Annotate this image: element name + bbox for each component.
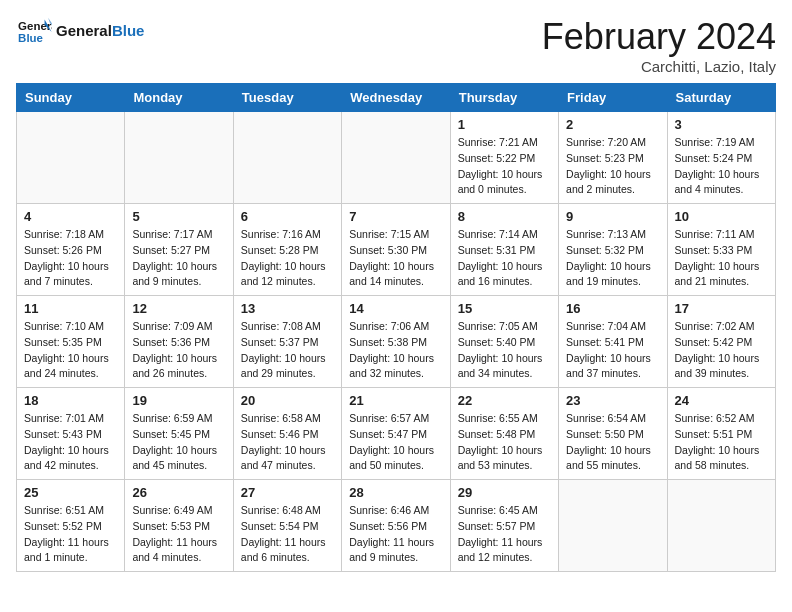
calendar-cell: 4Sunrise: 7:18 AM Sunset: 5:26 PM Daylig… [17, 204, 125, 296]
day-number: 11 [24, 301, 117, 316]
day-number: 5 [132, 209, 225, 224]
calendar-cell: 16Sunrise: 7:04 AM Sunset: 5:41 PM Dayli… [559, 296, 667, 388]
day-detail: Sunrise: 6:55 AM Sunset: 5:48 PM Dayligh… [458, 411, 551, 474]
day-number: 10 [675, 209, 768, 224]
week-row-4: 18Sunrise: 7:01 AM Sunset: 5:43 PM Dayli… [17, 388, 776, 480]
day-number: 27 [241, 485, 334, 500]
day-number: 28 [349, 485, 442, 500]
day-number: 16 [566, 301, 659, 316]
weekday-header-monday: Monday [125, 84, 233, 112]
calendar-cell: 24Sunrise: 6:52 AM Sunset: 5:51 PM Dayli… [667, 388, 775, 480]
day-number: 14 [349, 301, 442, 316]
day-number: 1 [458, 117, 551, 132]
day-number: 23 [566, 393, 659, 408]
day-number: 12 [132, 301, 225, 316]
day-detail: Sunrise: 6:51 AM Sunset: 5:52 PM Dayligh… [24, 503, 117, 566]
day-detail: Sunrise: 7:19 AM Sunset: 5:24 PM Dayligh… [675, 135, 768, 198]
title-block: February 2024 Carchitti, Lazio, Italy [542, 16, 776, 75]
day-number: 20 [241, 393, 334, 408]
day-detail: Sunrise: 7:06 AM Sunset: 5:38 PM Dayligh… [349, 319, 442, 382]
calendar-cell: 14Sunrise: 7:06 AM Sunset: 5:38 PM Dayli… [342, 296, 450, 388]
calendar-cell [559, 480, 667, 572]
day-number: 17 [675, 301, 768, 316]
day-number: 7 [349, 209, 442, 224]
day-detail: Sunrise: 7:18 AM Sunset: 5:26 PM Dayligh… [24, 227, 117, 290]
day-number: 24 [675, 393, 768, 408]
day-detail: Sunrise: 7:11 AM Sunset: 5:33 PM Dayligh… [675, 227, 768, 290]
calendar-cell: 22Sunrise: 6:55 AM Sunset: 5:48 PM Dayli… [450, 388, 558, 480]
calendar-cell: 12Sunrise: 7:09 AM Sunset: 5:36 PM Dayli… [125, 296, 233, 388]
day-detail: Sunrise: 6:58 AM Sunset: 5:46 PM Dayligh… [241, 411, 334, 474]
calendar-cell [667, 480, 775, 572]
calendar-cell: 5Sunrise: 7:17 AM Sunset: 5:27 PM Daylig… [125, 204, 233, 296]
calendar-cell: 9Sunrise: 7:13 AM Sunset: 5:32 PM Daylig… [559, 204, 667, 296]
day-number: 13 [241, 301, 334, 316]
day-detail: Sunrise: 7:10 AM Sunset: 5:35 PM Dayligh… [24, 319, 117, 382]
month-title: February 2024 [542, 16, 776, 58]
calendar-cell [233, 112, 341, 204]
logo-blue: Blue [112, 22, 145, 39]
calendar-cell: 13Sunrise: 7:08 AM Sunset: 5:37 PM Dayli… [233, 296, 341, 388]
svg-text:Blue: Blue [18, 32, 43, 44]
day-detail: Sunrise: 6:54 AM Sunset: 5:50 PM Dayligh… [566, 411, 659, 474]
day-detail: Sunrise: 6:49 AM Sunset: 5:53 PM Dayligh… [132, 503, 225, 566]
calendar-cell: 26Sunrise: 6:49 AM Sunset: 5:53 PM Dayli… [125, 480, 233, 572]
calendar-cell: 11Sunrise: 7:10 AM Sunset: 5:35 PM Dayli… [17, 296, 125, 388]
page-header: General Blue GeneralBlue February 2024 C… [16, 16, 776, 75]
week-row-5: 25Sunrise: 6:51 AM Sunset: 5:52 PM Dayli… [17, 480, 776, 572]
logo-icon: General Blue [16, 16, 52, 46]
day-detail: Sunrise: 7:05 AM Sunset: 5:40 PM Dayligh… [458, 319, 551, 382]
day-detail: Sunrise: 7:20 AM Sunset: 5:23 PM Dayligh… [566, 135, 659, 198]
day-detail: Sunrise: 7:01 AM Sunset: 5:43 PM Dayligh… [24, 411, 117, 474]
calendar-table: SundayMondayTuesdayWednesdayThursdayFrid… [16, 83, 776, 572]
day-number: 18 [24, 393, 117, 408]
calendar-cell: 1Sunrise: 7:21 AM Sunset: 5:22 PM Daylig… [450, 112, 558, 204]
weekday-header-tuesday: Tuesday [233, 84, 341, 112]
weekday-header-row: SundayMondayTuesdayWednesdayThursdayFrid… [17, 84, 776, 112]
week-row-3: 11Sunrise: 7:10 AM Sunset: 5:35 PM Dayli… [17, 296, 776, 388]
calendar-cell: 23Sunrise: 6:54 AM Sunset: 5:50 PM Dayli… [559, 388, 667, 480]
day-detail: Sunrise: 6:59 AM Sunset: 5:45 PM Dayligh… [132, 411, 225, 474]
day-number: 2 [566, 117, 659, 132]
calendar-cell: 29Sunrise: 6:45 AM Sunset: 5:57 PM Dayli… [450, 480, 558, 572]
day-detail: Sunrise: 7:09 AM Sunset: 5:36 PM Dayligh… [132, 319, 225, 382]
day-detail: Sunrise: 7:02 AM Sunset: 5:42 PM Dayligh… [675, 319, 768, 382]
day-number: 25 [24, 485, 117, 500]
day-number: 4 [24, 209, 117, 224]
weekday-header-saturday: Saturday [667, 84, 775, 112]
calendar-cell: 10Sunrise: 7:11 AM Sunset: 5:33 PM Dayli… [667, 204, 775, 296]
day-detail: Sunrise: 7:13 AM Sunset: 5:32 PM Dayligh… [566, 227, 659, 290]
day-number: 8 [458, 209, 551, 224]
weekday-header-sunday: Sunday [17, 84, 125, 112]
calendar-cell: 28Sunrise: 6:46 AM Sunset: 5:56 PM Dayli… [342, 480, 450, 572]
day-detail: Sunrise: 7:21 AM Sunset: 5:22 PM Dayligh… [458, 135, 551, 198]
day-detail: Sunrise: 7:14 AM Sunset: 5:31 PM Dayligh… [458, 227, 551, 290]
day-detail: Sunrise: 6:57 AM Sunset: 5:47 PM Dayligh… [349, 411, 442, 474]
calendar-cell: 25Sunrise: 6:51 AM Sunset: 5:52 PM Dayli… [17, 480, 125, 572]
calendar-cell: 18Sunrise: 7:01 AM Sunset: 5:43 PM Dayli… [17, 388, 125, 480]
calendar-cell: 21Sunrise: 6:57 AM Sunset: 5:47 PM Dayli… [342, 388, 450, 480]
day-number: 22 [458, 393, 551, 408]
weekday-header-wednesday: Wednesday [342, 84, 450, 112]
calendar-cell: 6Sunrise: 7:16 AM Sunset: 5:28 PM Daylig… [233, 204, 341, 296]
day-detail: Sunrise: 6:45 AM Sunset: 5:57 PM Dayligh… [458, 503, 551, 566]
day-detail: Sunrise: 7:04 AM Sunset: 5:41 PM Dayligh… [566, 319, 659, 382]
calendar-cell: 20Sunrise: 6:58 AM Sunset: 5:46 PM Dayli… [233, 388, 341, 480]
location: Carchitti, Lazio, Italy [542, 58, 776, 75]
day-number: 9 [566, 209, 659, 224]
calendar-cell: 15Sunrise: 7:05 AM Sunset: 5:40 PM Dayli… [450, 296, 558, 388]
day-detail: Sunrise: 7:08 AM Sunset: 5:37 PM Dayligh… [241, 319, 334, 382]
day-number: 26 [132, 485, 225, 500]
weekday-header-thursday: Thursday [450, 84, 558, 112]
day-number: 29 [458, 485, 551, 500]
day-detail: Sunrise: 7:16 AM Sunset: 5:28 PM Dayligh… [241, 227, 334, 290]
weekday-header-friday: Friday [559, 84, 667, 112]
calendar-cell: 17Sunrise: 7:02 AM Sunset: 5:42 PM Dayli… [667, 296, 775, 388]
week-row-2: 4Sunrise: 7:18 AM Sunset: 5:26 PM Daylig… [17, 204, 776, 296]
day-number: 15 [458, 301, 551, 316]
day-number: 6 [241, 209, 334, 224]
calendar-cell [125, 112, 233, 204]
day-detail: Sunrise: 6:52 AM Sunset: 5:51 PM Dayligh… [675, 411, 768, 474]
calendar-cell: 27Sunrise: 6:48 AM Sunset: 5:54 PM Dayli… [233, 480, 341, 572]
calendar-cell: 19Sunrise: 6:59 AM Sunset: 5:45 PM Dayli… [125, 388, 233, 480]
